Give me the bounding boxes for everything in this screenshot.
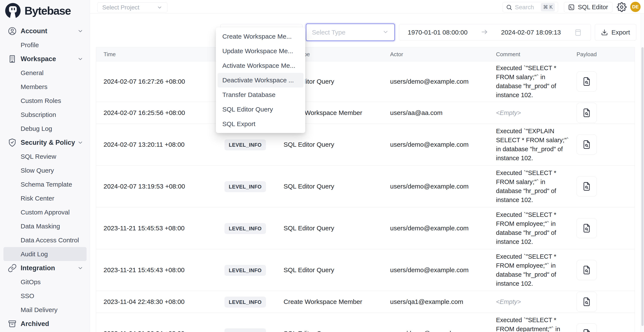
sidebar-item-members[interactable]: Members — [0, 80, 90, 94]
cell-time: 2024-02-07 16:27:26 +08:00 — [104, 78, 185, 85]
comment-line: FROM employee;"` in — [496, 261, 576, 270]
comment-line: FROM salary;"` in — [496, 177, 576, 186]
comment-line: instance 102. — [496, 279, 576, 288]
table-row: 2023-11-04 21:26:24 +08:00LEVEL_INFOSQL … — [96, 313, 634, 332]
topbar: Select Project Search ⌘ K SQL Editor DE — [90, 0, 644, 14]
sidebar-item-profile[interactable]: Profile — [0, 38, 90, 52]
sidebar-item-label: SSO — [20, 292, 34, 300]
payload-view-button[interactable] — [576, 260, 597, 280]
payload-view-button[interactable] — [576, 292, 597, 312]
sql-editor-button[interactable]: SQL Editor — [564, 2, 612, 12]
sidebar-item-label: Audit Log — [20, 251, 48, 258]
comment-line: Executed `"SELECT * — [496, 316, 576, 325]
scrollbar-thumb[interactable] — [642, 47, 644, 326]
chevron-down-icon — [77, 140, 83, 146]
date-range-picker[interactable]: 1970-01-01 08:00:00 2024-02-07 18:09:13 — [399, 24, 591, 40]
building-icon — [8, 54, 17, 63]
sql-editor-label: SQL Editor — [578, 4, 608, 11]
cell-payload — [576, 260, 597, 280]
audit-log-table: TimeAudit LevelAudit TypeActorCommentPay… — [96, 47, 635, 332]
payload-view-button[interactable] — [576, 135, 597, 155]
menu-item-sql-export[interactable]: SQL Export — [218, 117, 304, 131]
menu-item-update-workspace-me[interactable]: Update Workspace Me... — [218, 44, 304, 58]
type-dropdown-menu: Create Workspace Me...Update Workspace M… — [216, 27, 305, 133]
sidebar-section-integration[interactable]: Integration — [0, 261, 90, 275]
sidebar-item-data-masking[interactable]: Data Masking — [0, 219, 90, 233]
sidebar-item-general[interactable]: General — [0, 66, 90, 80]
comment-line: Executed `"SELECT * — [496, 210, 576, 219]
menu-item-sql-editor-query[interactable]: SQL Editor Query — [218, 102, 304, 117]
search-icon — [506, 4, 512, 10]
cell-time: 2023-11-21 15:45:43 +08:00 — [104, 266, 184, 274]
gear-icon[interactable] — [617, 2, 626, 12]
sidebar-section-security-policy[interactable]: Security & Policy — [0, 136, 90, 150]
sidebar-item-risk-center[interactable]: Risk Center — [0, 191, 90, 205]
table-row: 2023-11-04 22:48:30 +08:00LEVEL_INFOCrea… — [96, 291, 634, 313]
sidebar-item-custom-approval[interactable]: Custom Approval — [0, 205, 90, 219]
comment-line: Executed `"SELECT * — [496, 252, 576, 261]
sidebar-section-workspace[interactable]: Workspace — [0, 52, 90, 66]
sidebar-item-sql-review[interactable]: SQL Review — [0, 150, 90, 164]
comment-line: <Empty> — [496, 297, 576, 306]
payload-view-button[interactable] — [576, 218, 597, 238]
calendar-icon[interactable] — [574, 28, 582, 36]
menu-item-deactivate-workspace[interactable]: Deactivate Workspace ... — [218, 73, 304, 88]
sidebar-section-account[interactable]: Account — [0, 24, 90, 38]
project-select-button[interactable]: Select Project — [97, 2, 167, 12]
cell-audit-level: LEVEL_INFO — [224, 266, 266, 274]
filter-bar: All Select Type 1970-01-01 08:00:00 2024… — [90, 14, 644, 48]
cell-time: 2023-11-04 21:26:24 +08:00 — [104, 330, 184, 332]
audit-level-badge: LEVEL_INFO — [224, 297, 266, 308]
cell-audit-type: SQL Editor Query — [284, 330, 334, 332]
sidebar-item-debug-log[interactable]: Debug Log — [0, 122, 90, 136]
sidebar-item-mail-delivery[interactable]: Mail Delivery — [0, 303, 90, 317]
cell-payload — [576, 292, 597, 312]
sidebar-item-audit-log[interactable]: Audit Log — [4, 247, 86, 261]
type-filter-placeholder: Select Type — [312, 29, 346, 36]
sidebar-item-label: Risk Center — [20, 195, 54, 202]
cell-actor: users/demo@example.com — [390, 141, 469, 148]
menu-item-transfer-database[interactable]: Transfer Database — [218, 88, 304, 102]
audit-level-badge: LEVEL_INFO — [224, 328, 266, 332]
export-button[interactable]: Export — [595, 24, 636, 40]
sidebar-item-custom-roles[interactable]: Custom Roles — [0, 94, 90, 108]
cell-actor: users/demo@example.com — [390, 78, 469, 85]
avatar[interactable]: DE — [630, 2, 640, 12]
chevron-down-icon — [77, 28, 83, 34]
comment-line: Executed `"EXPLAIN — [496, 127, 576, 136]
scrollbar-track — [641, 14, 644, 332]
sidebar-item-slow-query[interactable]: Slow Query — [0, 164, 90, 177]
sidebar-item-subscription[interactable]: Subscription — [0, 108, 90, 122]
sidebar-section-archived[interactable]: Archived — [0, 317, 90, 331]
payload-view-button[interactable] — [576, 324, 597, 332]
comment-line: database "hr_prod" of — [496, 186, 576, 195]
audit-level-badge: LEVEL_INFO — [224, 265, 266, 276]
cell-actor: users/demo@example.com — [390, 225, 469, 232]
menu-item-create-workspace-me[interactable]: Create Workspace Me... — [218, 29, 304, 44]
sidebar-item-gitops[interactable]: GitOps — [0, 275, 90, 289]
type-filter-select[interactable]: Select Type — [306, 24, 395, 41]
search-input[interactable]: Search ⌘ K — [503, 2, 558, 12]
sidebar-item-label: Slow Query — [20, 167, 54, 174]
bytebase-app: Bytebase AccountProfileWorkspaceGeneralM… — [0, 0, 644, 332]
search-placeholder: Search — [515, 4, 538, 11]
sidebar-item-data-access-control[interactable]: Data Access Control — [0, 233, 90, 247]
comment-line: FROM salary;"` in — [496, 72, 576, 81]
cell-time: 2024-02-07 16:25:56 +08:00 — [104, 109, 185, 117]
comment-line: FROM department;"` in — [496, 325, 576, 332]
sidebar-item-schema-template[interactable]: Schema Template — [0, 177, 90, 191]
comment-line: instance 102. — [496, 195, 576, 204]
menu-item-activate-workspace-me[interactable]: Activate Workspace Me... — [218, 58, 304, 73]
sidebar-nav: AccountProfileWorkspaceGeneralMembersCus… — [0, 0, 90, 331]
sidebar-item-label: Custom Approval — [20, 209, 70, 216]
cell-comment: Executed `"SELECT *FROM employee;"` inda… — [496, 252, 576, 288]
sidebar: Bytebase AccountProfileWorkspaceGeneralM… — [0, 0, 90, 332]
payload-view-button[interactable] — [576, 176, 597, 196]
payload-view-button[interactable] — [576, 71, 597, 92]
sidebar-item-sso[interactable]: SSO — [0, 289, 90, 303]
payload-view-button[interactable] — [576, 103, 597, 123]
sidebar-item-label: Profile — [20, 41, 39, 49]
table-header: TimeAudit LevelAudit TypeActorCommentPay… — [96, 47, 634, 61]
column-header-comment: Comment — [496, 51, 520, 58]
cell-comment: <Empty> — [496, 108, 576, 117]
